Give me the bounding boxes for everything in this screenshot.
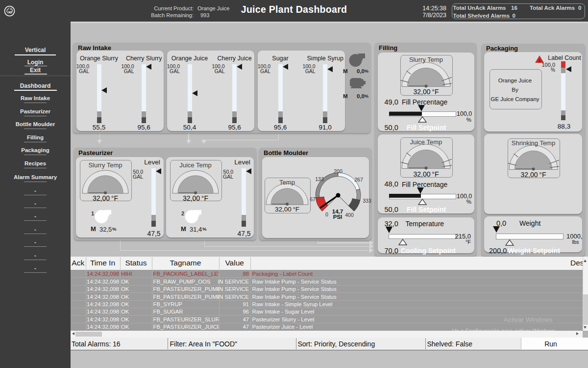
- svg-text:200: 200: [334, 168, 343, 174]
- svg-text:0: 0: [325, 211, 328, 217]
- svg-text:333: 333: [363, 198, 371, 204]
- svg-text:PSI: PSI: [333, 213, 343, 219]
- svg-text:400: 400: [345, 211, 354, 217]
- svg-text:267: 267: [354, 177, 363, 183]
- svg-text:67: 67: [310, 196, 316, 202]
- svg-text:133: 133: [315, 176, 324, 182]
